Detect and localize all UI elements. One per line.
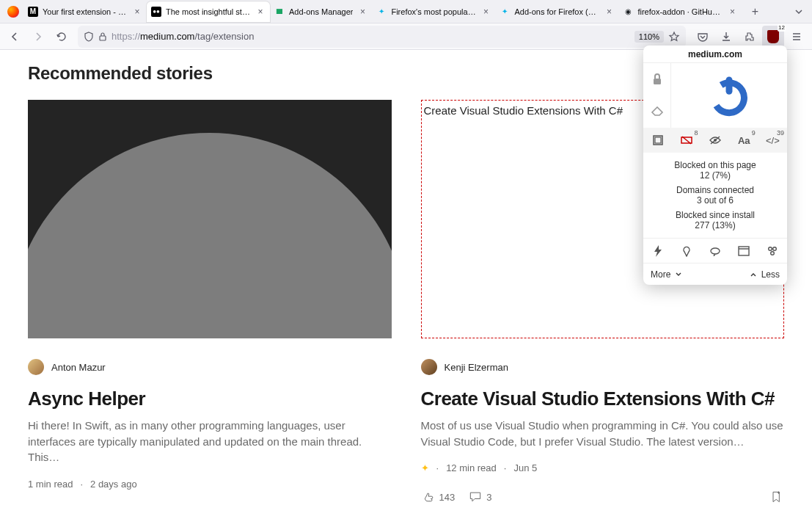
- svg-point-10: [773, 247, 777, 250]
- ublock-tool-popup[interactable]: [643, 128, 672, 153]
- ublock-more-button[interactable]: More: [651, 269, 670, 280]
- author-name[interactable]: Anton Mazur: [51, 362, 106, 373]
- ublock-lock-toggle[interactable]: [643, 63, 670, 95]
- close-icon[interactable]: ×: [480, 7, 491, 17]
- ublock-tool-scripts[interactable]: </> 39: [758, 128, 787, 153]
- publish-date: Jun 5: [513, 462, 537, 473]
- favicon-puzzle-blue: ✦: [376, 7, 387, 17]
- ublock-dashboard-button[interactable]: [730, 239, 758, 263]
- svg-rect-1: [654, 79, 661, 84]
- sup-badge: 9: [752, 129, 756, 137]
- story-info: ✦ · 12 min read · Jun 5: [421, 462, 785, 473]
- url-bar[interactable]: https://www. https://medium.com/tag/exte…: [78, 26, 686, 48]
- ublock-tools-row: 8 Aa 9 </> 39: [643, 128, 787, 153]
- ublock-zap-button[interactable]: [643, 239, 672, 263]
- tab-1[interactable]: ●● The most insightful stories abo ×: [147, 1, 270, 22]
- zoom-level[interactable]: 110%: [634, 31, 664, 43]
- stat-since-val: 277 (13%): [649, 220, 781, 230]
- tab-strip: M Your first extension - Mozilla | M × ●…: [0, 0, 812, 23]
- extensions-button[interactable]: [739, 26, 761, 48]
- tab-2[interactable]: ⯀ Add-ons Manager ×: [270, 1, 372, 22]
- app-menu-button[interactable]: [786, 26, 808, 48]
- dot-icon: ·: [504, 462, 507, 473]
- ublock-shield-icon: [767, 30, 779, 43]
- bookmark-button[interactable]: [769, 490, 784, 504]
- story-image-shape: [28, 133, 392, 338]
- tab-label: The most insightful stories abo: [166, 7, 251, 16]
- story-info: 1 min read · 2 days ago: [28, 479, 392, 490]
- firefox-app-icon: [3, 1, 23, 22]
- stat-blocked-page-val: 12 (7%): [649, 170, 781, 181]
- tab-0[interactable]: M Your first extension - Mozilla | M ×: [23, 1, 147, 22]
- tab-label: firefox-addon · GitHub Topics: [637, 7, 723, 16]
- close-icon[interactable]: ×: [357, 7, 367, 17]
- story-title[interactable]: Async Helper: [28, 388, 392, 410]
- ublock-tool-media[interactable]: 8: [672, 128, 701, 153]
- close-icon[interactable]: ×: [604, 7, 614, 17]
- author-name[interactable]: Kenji Elzerman: [445, 362, 508, 373]
- story-card[interactable]: Anton Mazur Async Helper Hi there! In Sw…: [28, 100, 392, 505]
- new-tab-button[interactable]: +: [745, 1, 765, 22]
- story-byline: Kenji Elzerman: [421, 359, 785, 375]
- read-time: 12 min read: [446, 462, 497, 473]
- reload-button[interactable]: [51, 26, 72, 47]
- bookmark-star-icon[interactable]: [668, 31, 680, 43]
- ublock-power-button[interactable]: [671, 63, 787, 128]
- close-icon[interactable]: ×: [255, 7, 266, 17]
- story-actions: 143 3: [421, 490, 785, 504]
- pocket-button[interactable]: [692, 26, 714, 48]
- ublock-tool-cosmetic[interactable]: [701, 128, 729, 153]
- clap-button[interactable]: 143: [421, 490, 456, 504]
- ublock-domain: medium.com: [643, 46, 787, 63]
- ublock-picker-button[interactable]: [672, 239, 701, 263]
- favicon-m: M: [28, 7, 38, 17]
- downloads-button[interactable]: [715, 26, 737, 48]
- avatar[interactable]: [421, 359, 437, 375]
- svg-point-11: [771, 251, 775, 255]
- ublock-more-row: More Less: [643, 263, 787, 285]
- toolbar-icons: 12: [692, 26, 808, 48]
- ublock-button[interactable]: 12: [762, 26, 784, 48]
- story-byline: Anton Mazur: [28, 359, 392, 375]
- stat-domains-val: 3 out of 6: [649, 195, 781, 206]
- tab-label: Add-ons for Firefox (en-US): [514, 7, 599, 16]
- story-image[interactable]: [28, 100, 392, 338]
- tab-label: Add-ons Manager: [289, 7, 353, 16]
- stat-domains-label: Domains connected: [649, 185, 781, 195]
- story-title[interactable]: Create Visual Studio Extensions With C#: [421, 388, 785, 410]
- responses-count: 3: [486, 492, 491, 503]
- publish-date: 2 days ago: [90, 479, 137, 490]
- favicon-puzzle-blue: ✦: [500, 7, 510, 17]
- story-desc: Most of us use Visual Studio when progra…: [421, 418, 785, 450]
- avatar[interactable]: [28, 359, 44, 375]
- ublock-settings-button[interactable]: [758, 239, 787, 263]
- ublock-logger-button[interactable]: [701, 239, 729, 263]
- sup-badge: 39: [777, 129, 784, 137]
- favicon-github: ◉: [623, 7, 633, 17]
- responses-button[interactable]: 3: [468, 490, 491, 504]
- ublock-less-button[interactable]: Less: [761, 269, 780, 280]
- clap-count: 143: [439, 492, 456, 503]
- shield-icon[interactable]: [84, 32, 94, 42]
- close-icon[interactable]: ×: [727, 7, 737, 17]
- blocked-placeholder-text: Create Visual Studio Extensions With C#: [424, 104, 623, 117]
- forward-button[interactable]: [28, 26, 48, 47]
- favicon-puzzle: ⯀: [274, 7, 285, 17]
- svg-point-9: [769, 247, 772, 250]
- ublock-tool-fonts[interactable]: Aa 9: [730, 128, 758, 153]
- tab-label: Firefox's most popular and inno: [391, 7, 476, 16]
- stat-blocked-page-label: Blocked on this page: [649, 160, 781, 170]
- tab-5[interactable]: ◉ firefox-addon · GitHub Topics ×: [618, 1, 742, 22]
- tabs-overflow-button[interactable]: [789, 1, 809, 22]
- tab-4[interactable]: ✦ Add-ons for Firefox (en-US) ×: [495, 1, 618, 22]
- svg-rect-5: [655, 137, 661, 143]
- ublock-eraser-toggle[interactable]: [643, 95, 670, 128]
- ublock-stats: Blocked on this page 12 (7%) Domains con…: [643, 153, 787, 238]
- lock-icon[interactable]: [98, 32, 107, 42]
- tab-3[interactable]: ✦ Firefox's most popular and inno ×: [372, 1, 495, 22]
- back-button[interactable]: [4, 26, 25, 47]
- close-icon[interactable]: ×: [132, 7, 142, 17]
- svg-rect-8: [739, 247, 749, 255]
- read-time: 1 min read: [28, 479, 73, 490]
- member-star-icon: ✦: [421, 462, 429, 473]
